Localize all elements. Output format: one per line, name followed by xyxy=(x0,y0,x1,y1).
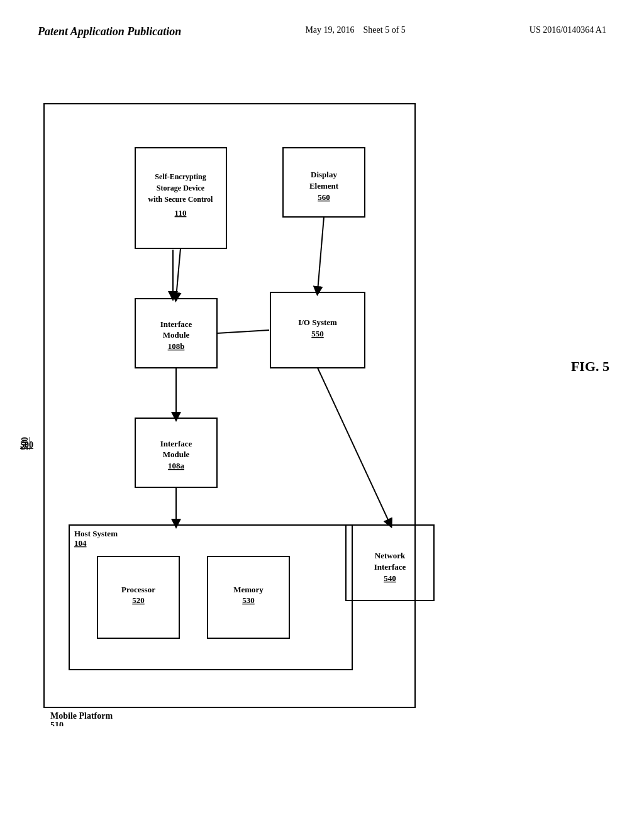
interface-module-a-ref: 108a xyxy=(168,461,185,470)
host-system-ref: 104 xyxy=(74,538,87,548)
display-element-label1: Display xyxy=(311,170,337,179)
interface-module-b-ref: 108b xyxy=(168,341,185,351)
network-interface-ref: 540 xyxy=(384,573,396,583)
mobile-platform-box xyxy=(44,104,415,707)
sed-label2: Storage Device xyxy=(157,184,205,192)
mobile-platform-label: Mobile Platform xyxy=(50,711,113,721)
diagram-ref: 500 xyxy=(20,437,30,450)
io-system-label1: I/O System xyxy=(298,318,337,327)
processor-ref: 520 xyxy=(132,595,145,605)
publication-date: May 19, 2016 xyxy=(305,25,354,35)
display-element-label2: Element xyxy=(309,181,339,191)
header-date-sheet: May 19, 2016 Sheet 5 of 5 xyxy=(305,25,405,35)
sheet-number: Sheet 5 of 5 xyxy=(364,25,406,35)
diagram-side-label: 500 xyxy=(20,437,30,450)
network-interface-label1: Network xyxy=(375,551,406,560)
diagram-svg: Mobile Platform 510 Host System 104 Proc… xyxy=(38,97,478,726)
arrow-display-to-io xyxy=(318,217,324,291)
display-element-ref: 560 xyxy=(318,192,330,202)
memory-label: Memory xyxy=(233,585,264,594)
memory-ref: 530 xyxy=(242,595,255,605)
sed-label1: Self-Encrypting xyxy=(155,172,206,181)
publication-title: Patent Application Publication xyxy=(38,25,181,38)
processor-label: Processor xyxy=(121,585,155,594)
arrow-io-to-network xyxy=(318,368,390,524)
interface-module-a-label1: Interface xyxy=(160,439,192,448)
page-header: Patent Application Publication May 19, 2… xyxy=(0,25,644,38)
mobile-platform-ref: 510 xyxy=(50,721,64,726)
interface-module-b-label2: Module xyxy=(163,330,190,340)
patent-number: US 2016/0140364 A1 xyxy=(530,25,606,35)
connector-108b-io xyxy=(217,330,269,333)
host-system-label: Host System xyxy=(74,529,118,538)
network-interface-label2: Interface xyxy=(374,562,406,572)
sed-label3: with Secure Control xyxy=(148,195,214,204)
sed-ref: 110 xyxy=(175,208,187,218)
io-system-ref: 550 xyxy=(311,329,324,338)
interface-module-a-label2: Module xyxy=(163,450,190,459)
arrow-sed-to-108b xyxy=(176,248,180,297)
host-system-box xyxy=(69,525,352,670)
figure-label: FIG. 5 xyxy=(571,358,609,375)
interface-module-b-label1: Interface xyxy=(160,319,192,329)
